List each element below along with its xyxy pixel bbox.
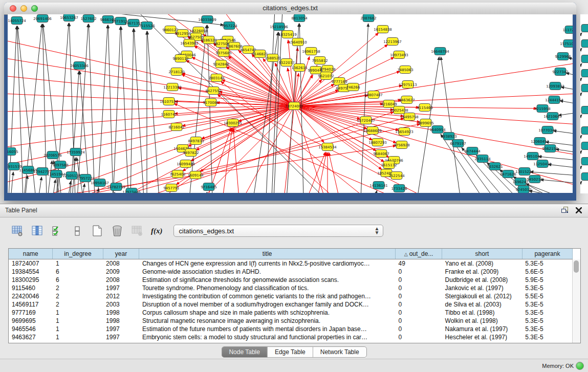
tab-node-table[interactable]: Node Table xyxy=(222,347,268,357)
column-header[interactable]: pagerank xyxy=(522,249,572,259)
svg-text:26053346: 26053346 xyxy=(70,64,89,68)
svg-text:18300295: 18300295 xyxy=(224,121,242,125)
svg-text:1117264: 1117264 xyxy=(562,28,573,32)
svg-text:15640910: 15640910 xyxy=(289,40,307,45)
function-builder-button[interactable]: f(x) xyxy=(151,225,163,237)
float-panel-icon[interactable] xyxy=(561,206,569,215)
graph-node[interactable] xyxy=(581,173,588,181)
svg-text:9362150: 9362150 xyxy=(542,147,558,151)
svg-text:8454749: 8454749 xyxy=(240,48,256,52)
column-header[interactable]: name xyxy=(9,249,53,259)
window-titlebar[interactable]: citations_edges.txt xyxy=(4,3,576,15)
graph-node[interactable] xyxy=(581,84,588,92)
table-mode-tabs: Node Table Edge Table Network Table xyxy=(221,346,366,358)
svg-text:13015224: 13015224 xyxy=(515,170,534,174)
svg-text:12060453: 12060453 xyxy=(531,140,549,144)
svg-text:9245012: 9245012 xyxy=(515,188,531,192)
svg-text:12213383: 12213383 xyxy=(163,85,182,90)
svg-text:8497833: 8497833 xyxy=(188,139,204,143)
svg-text:7485063: 7485063 xyxy=(397,68,413,72)
svg-text:1733426: 1733426 xyxy=(391,187,407,191)
svg-text:1609144: 1609144 xyxy=(187,173,204,178)
select-rows-check-button[interactable] xyxy=(51,225,63,237)
graph-node[interactable] xyxy=(581,25,588,32)
zoom-window-button[interactable] xyxy=(31,5,38,12)
graph-node[interactable] xyxy=(581,70,588,77)
table-header-row: namein_degreeyeartitle△out_de...shortpag… xyxy=(9,249,573,259)
table-row[interactable]: 946362711997Embryonic stem cells: a mode… xyxy=(9,333,573,341)
table-row[interactable]: 1938455462009Genome-wide association stu… xyxy=(9,268,573,276)
table-row[interactable]: 946554611997Estimation of the future num… xyxy=(9,325,573,333)
table-scrollbar-thumb[interactable] xyxy=(574,260,579,273)
graph-node[interactable] xyxy=(581,106,588,114)
memory-ok-indicator[interactable] xyxy=(576,362,584,370)
table-row[interactable]: 977716911998Corpus callosum shape and si… xyxy=(9,309,573,317)
column-header[interactable]: title xyxy=(139,249,396,259)
table-toolbar: f(x) citations_edges.txt ▲▼ xyxy=(0,217,588,241)
svg-text:9474444: 9474444 xyxy=(464,149,481,154)
minimize-window-button[interactable] xyxy=(20,5,27,12)
graph-node[interactable] xyxy=(581,142,588,150)
svg-text:7625402: 7625402 xyxy=(169,172,185,177)
close-window-button[interactable] xyxy=(10,5,16,12)
svg-text:12093832: 12093832 xyxy=(546,84,564,89)
column-header[interactable]: in_degree xyxy=(53,249,103,259)
network-canvas[interactable]: 1872400714055724206914061065326715276029… xyxy=(8,14,573,193)
graph-node[interactable] xyxy=(581,158,588,165)
table-row[interactable]: 2242004622012Investigating the contribut… xyxy=(9,292,573,300)
graph-node[interactable] xyxy=(581,55,588,63)
table-row[interactable]: 1830029562008Estimation of significance … xyxy=(9,276,573,284)
rows-button[interactable] xyxy=(71,225,83,237)
svg-text:2935114: 2935114 xyxy=(474,157,491,161)
svg-text:20206576: 20206576 xyxy=(43,154,62,158)
svg-text:1615132: 1615132 xyxy=(381,163,397,167)
svg-text:14136141: 14136141 xyxy=(369,184,388,188)
svg-text:16154838: 16154838 xyxy=(374,28,392,32)
table-scrollbar[interactable] xyxy=(572,259,580,343)
svg-text:17359924: 17359924 xyxy=(67,150,85,155)
svg-text:2718120: 2718120 xyxy=(168,70,184,74)
graph-node[interactable] xyxy=(581,127,588,135)
svg-text:15720407: 15720407 xyxy=(357,119,375,123)
background-network-strip xyxy=(580,14,588,193)
select-columns-button[interactable] xyxy=(31,225,43,237)
svg-text:9621072: 9621072 xyxy=(318,74,334,78)
new-table-button[interactable] xyxy=(91,225,103,237)
svg-text:9129966: 9129966 xyxy=(555,55,571,59)
table-row[interactable]: 1872400712008Changes of HCN gene express… xyxy=(9,259,573,268)
svg-text:7957224: 7957224 xyxy=(221,24,237,28)
window-title: citations_edges.txt xyxy=(4,3,576,14)
svg-text:16495758: 16495758 xyxy=(400,115,419,119)
svg-text:10653267: 10653267 xyxy=(60,16,78,20)
svg-text:9115460: 9115460 xyxy=(417,106,432,110)
svg-text:10807487: 10807487 xyxy=(364,93,383,97)
import-table-button[interactable] xyxy=(131,225,143,237)
svg-text:10688609: 10688609 xyxy=(363,129,382,133)
svg-text:2803144: 2803144 xyxy=(208,76,225,80)
table-row[interactable]: 1456911722003Disruption of a novel membe… xyxy=(9,300,573,309)
delete-table-button[interactable] xyxy=(111,225,123,237)
svg-text:16543982: 16543982 xyxy=(180,41,199,46)
graph-node[interactable] xyxy=(581,40,588,48)
column-header[interactable]: year xyxy=(103,249,139,259)
close-panel-icon[interactable] xyxy=(576,206,582,215)
column-header[interactable]: short xyxy=(442,249,522,259)
table-row[interactable]: 969969511998Structural magnetic resonanc… xyxy=(9,317,573,325)
status-bar: Memory: OK xyxy=(0,359,588,372)
svg-text:18724007: 18724007 xyxy=(285,104,303,108)
column-header[interactable]: △out_de... xyxy=(396,249,442,259)
svg-text:9756928: 9756928 xyxy=(394,143,409,147)
svg-text:1588520: 1588520 xyxy=(265,56,280,60)
table-row[interactable]: 911546021997Tourette syndrome. Phenomeno… xyxy=(9,284,573,292)
svg-text:6216049: 6216049 xyxy=(381,102,397,106)
table-panel-title: Table Panel xyxy=(0,204,588,217)
svg-text:18807293: 18807293 xyxy=(368,141,387,145)
tab-edge-table[interactable]: Edge Table xyxy=(268,347,313,357)
tab-network-table[interactable]: Network Table xyxy=(313,347,366,357)
svg-text:1362615: 1362615 xyxy=(291,66,307,70)
svg-text:9242848: 9242848 xyxy=(213,62,229,67)
table-settings-button[interactable] xyxy=(11,225,24,237)
table-source-dropdown[interactable]: citations_edges.txt ▲▼ xyxy=(173,225,383,237)
memory-status-label: Memory: OK xyxy=(542,362,574,369)
dropdown-arrows-icon: ▲▼ xyxy=(375,227,380,235)
